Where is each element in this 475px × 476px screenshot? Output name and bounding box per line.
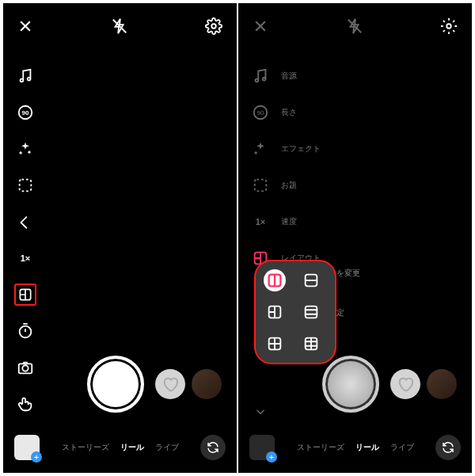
mode-stories[interactable]: ストーリーズ: [297, 442, 344, 453]
duration-text: 90: [22, 109, 29, 116]
bottom-bar: + ストーリーズ リール ライブ: [3, 435, 237, 460]
mode-reels[interactable]: リール: [120, 442, 144, 453]
flash-off-icon[interactable]: [346, 17, 363, 35]
shutter-button[interactable]: [87, 356, 144, 413]
layout-icon[interactable]: [14, 284, 36, 306]
gallery-button[interactable]: +: [249, 435, 275, 460]
gallery-button[interactable]: +: [14, 435, 40, 460]
tool-labels: 音源 長さ エフェクト お題 速度 レイアウト: [281, 65, 321, 269]
avatar-thumb[interactable]: [427, 369, 457, 399]
music-icon[interactable]: [249, 65, 272, 87]
panel-text-change: を変更: [336, 268, 360, 279]
svg-point-11: [263, 78, 266, 81]
shutter-row: [3, 356, 237, 413]
top-bar: [238, 17, 472, 35]
svg-point-10: [256, 79, 259, 82]
effect-thumb[interactable]: [390, 369, 420, 399]
duration-icon[interactable]: 90: [14, 101, 36, 124]
mode-selector: ストーリーズ リール ライブ: [48, 442, 192, 453]
shutter-button[interactable]: [322, 356, 379, 413]
svg-point-8: [22, 365, 28, 371]
music-icon[interactable]: [14, 65, 36, 87]
phone-left: 90 1×: [3, 3, 237, 473]
svg-point-9: [446, 24, 451, 29]
close-icon[interactable]: [253, 18, 268, 34]
effect-thumb[interactable]: [155, 369, 185, 399]
speed-icon[interactable]: 1×: [14, 247, 36, 269]
side-toolbar: 90 1×: [249, 65, 272, 423]
topic-label: お題: [281, 174, 321, 196]
topic-icon[interactable]: [249, 174, 272, 196]
gesture-icon[interactable]: [14, 393, 36, 415]
reply-icon[interactable]: [14, 211, 36, 233]
phone-right: 90 1× 音源 長さ エフェクト お題 速度 レイアウト を変更 定 +: [238, 3, 472, 473]
bottom-bar: + ストーリーズ リール ライブ: [238, 435, 472, 460]
layout-option-3a[interactable]: [264, 301, 286, 323]
svg-point-2: [28, 78, 31, 81]
music-label: 音源: [281, 65, 321, 87]
plus-icon: +: [266, 451, 277, 463]
close-icon[interactable]: [17, 18, 33, 34]
plus-icon: +: [31, 451, 42, 463]
layout-option-3b[interactable]: [300, 301, 322, 323]
layout-option-split-v[interactable]: [264, 269, 286, 291]
duration-label: 長さ: [281, 101, 321, 124]
switch-camera-button[interactable]: [435, 435, 461, 460]
svg-rect-13: [255, 180, 267, 192]
effects-icon[interactable]: [14, 138, 36, 160]
timer-icon[interactable]: [14, 320, 36, 342]
speed-icon[interactable]: 1×: [249, 211, 272, 233]
mode-stories[interactable]: ストーリーズ: [62, 442, 109, 453]
svg-rect-4: [20, 180, 32, 192]
settings-icon[interactable]: [440, 17, 458, 35]
svg-point-1: [21, 79, 24, 82]
svg-point-0: [211, 24, 216, 29]
mode-live[interactable]: ライブ: [390, 442, 414, 453]
camera-icon[interactable]: [14, 356, 36, 379]
duration-text: 90: [257, 109, 264, 116]
chevron-down-icon[interactable]: [249, 401, 272, 423]
side-toolbar: 90 1×: [14, 65, 36, 415]
layout-options-panel: [254, 260, 336, 364]
avatar-thumb[interactable]: [192, 369, 222, 399]
svg-rect-18: [306, 307, 317, 318]
mode-reels[interactable]: リール: [355, 442, 379, 453]
settings-icon[interactable]: [205, 17, 222, 35]
layout-option-6[interactable]: [300, 333, 322, 355]
mode-live[interactable]: ライブ: [155, 442, 179, 453]
speed-label: 速度: [281, 211, 321, 233]
duration-icon[interactable]: 90: [249, 101, 272, 124]
layout-option-4[interactable]: [264, 333, 286, 355]
effects-label: エフェクト: [281, 138, 321, 160]
topic-icon[interactable]: [14, 174, 36, 196]
effects-icon[interactable]: [249, 138, 272, 160]
switch-camera-button[interactable]: [200, 435, 226, 460]
flash-off-icon[interactable]: [111, 17, 128, 35]
top-bar: [3, 17, 237, 35]
layout-option-split-h[interactable]: [300, 269, 322, 291]
svg-point-6: [20, 326, 32, 338]
panel-text-set: 定: [336, 307, 344, 318]
mode-selector: ストーリーズ リール ライブ: [283, 442, 428, 453]
